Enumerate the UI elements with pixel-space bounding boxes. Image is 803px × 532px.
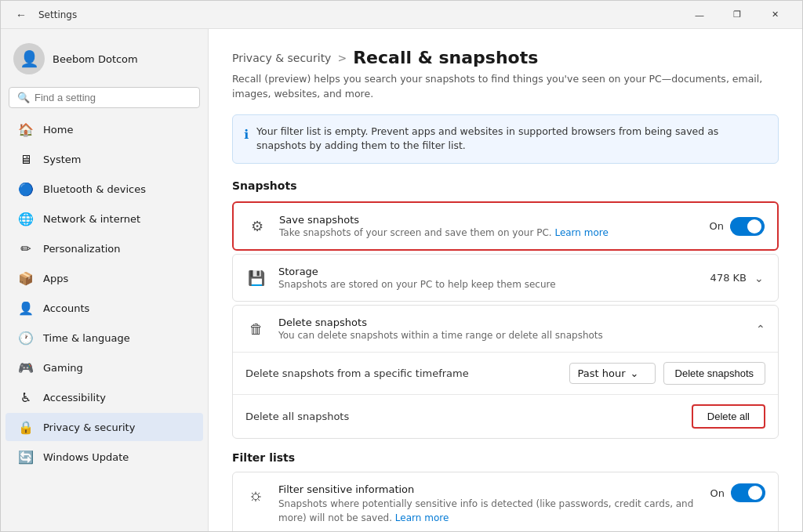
storage-control: 478 KB ⌄ [710, 270, 765, 286]
snapshots-section-title: Snapshots [232, 179, 779, 192]
search-box[interactable]: 🔍 [9, 87, 200, 108]
gaming-icon: 🎮 [18, 360, 34, 375]
timeframe-chevron-icon: ⌄ [630, 367, 639, 379]
sidebar-item-label: Time & language [43, 332, 130, 344]
apps-icon: 📦 [18, 270, 34, 286]
toggle-knob [747, 219, 761, 233]
minimize-button[interactable]: — [681, 2, 718, 27]
bluetooth-icon: 🔵 [18, 181, 34, 197]
sidebar-item-accessibility[interactable]: ♿ Accessibility [5, 383, 203, 411]
sidebar-item-label: Windows Update [43, 451, 129, 463]
user-profile: 👤 Beebom Dotcom [1, 35, 208, 87]
save-snapshots-label: Save snapshots [279, 214, 699, 226]
timeframe-label: Delete snapshots from a specific timefra… [245, 367, 561, 379]
timeframe-select[interactable]: Past hour ⌄ [569, 363, 656, 384]
filter-sensitive-toggle[interactable] [731, 483, 765, 502]
sidebar-item-home[interactable]: 🏠 Home [5, 115, 203, 143]
delete-snapshots-collapse-button[interactable]: ⌃ [756, 323, 765, 335]
system-icon: 🖥 [18, 151, 34, 167]
save-snapshots-control: On [710, 217, 765, 236]
storage-info: Storage Snapshots are stored on your PC … [278, 266, 699, 290]
maximize-button[interactable]: ❐ [719, 2, 755, 27]
storage-expand-button[interactable]: ⌄ [753, 270, 765, 286]
page-description: Recall (preview) helps you search your s… [232, 72, 779, 102]
breadcrumb-parent: Privacy & security [232, 52, 331, 64]
timeframe-selected-value: Past hour [578, 367, 626, 379]
sidebar-item-system[interactable]: 🖥 System [5, 145, 203, 173]
sidebar-item-label: Bluetooth & devices [43, 183, 146, 195]
save-snapshots-desc: Take snapshots of your screen and save t… [279, 227, 699, 238]
close-button[interactable]: ✕ [757, 2, 793, 27]
filter-sensitive-label: Filter sensitive information [278, 483, 699, 495]
filter-sensitive-learn-more[interactable]: Learn more [395, 512, 449, 523]
save-snapshots-toggle[interactable] [730, 217, 765, 236]
delete-snapshots-button[interactable]: Delete snapshots [663, 362, 765, 385]
info-banner-text: Your filter list is empty. Prevent apps … [256, 125, 767, 154]
search-icon: 🔍 [17, 92, 30, 103]
save-snapshots-card: ⚙ Save snapshots Take snapshots of your … [232, 201, 779, 251]
filter-toggle-label: On [710, 487, 725, 499]
filter-lists-title: Filter lists [232, 451, 779, 464]
delete-snapshots-header-row: 🗑 Delete snapshots You can delete snapsh… [233, 306, 778, 352]
user-name: Beebom Dotcom [53, 53, 138, 65]
breadcrumb-current: Recall & snapshots [353, 48, 538, 67]
save-snapshots-learn-more[interactable]: Learn more [554, 227, 608, 238]
storage-desc: Snapshots are stored on your PC to help … [278, 279, 699, 290]
sidebar-item-network[interactable]: 🌐 Network & internet [5, 204, 203, 233]
storage-row: 💾 Storage Snapshots are stored on your P… [233, 255, 778, 301]
breadcrumb: Privacy & security > Recall & snapshots [232, 48, 779, 67]
sidebar-item-gaming[interactable]: 🎮 Gaming [5, 353, 203, 382]
accessibility-icon: ♿ [18, 389, 34, 405]
filter-sensitive-icon: ⛭ [245, 485, 267, 507]
back-button[interactable]: ← [10, 4, 32, 26]
window-title: Settings [38, 9, 77, 20]
save-snapshots-info: Save snapshots Take snapshots of your sc… [279, 214, 699, 238]
delete-snapshots-desc: You can delete snapshots within a time r… [278, 330, 745, 341]
sidebar-item-personalization[interactable]: ✏️ Personalization [5, 234, 203, 262]
accounts-icon: 👤 [18, 300, 34, 316]
info-banner: ℹ Your filter list is empty. Prevent app… [232, 114, 779, 165]
main-content: Privacy & security > Recall & snapshots … [209, 29, 802, 531]
delete-snapshots-info: Delete snapshots You can delete snapshot… [278, 317, 745, 341]
delete-snapshots-icon: 🗑 [245, 318, 267, 340]
avatar: 👤 [13, 43, 45, 74]
delete-snapshots-card: 🗑 Delete snapshots You can delete snapsh… [232, 305, 779, 439]
storage-value: 478 KB [710, 272, 747, 284]
filter-sensitive-card: ⛭ Filter sensitive information Snapshots… [232, 472, 779, 531]
sidebar-item-label: Accounts [43, 302, 89, 314]
sidebar-item-label: Network & internet [43, 213, 140, 225]
save-snapshots-icon: ⚙ [246, 215, 268, 237]
sidebar-item-label: Accessibility [43, 392, 106, 404]
sidebar-item-update[interactable]: 🔄 Windows Update [5, 443, 203, 471]
time-icon: 🕐 [18, 330, 34, 346]
search-input[interactable] [35, 92, 191, 103]
sidebar-item-label: Personalization [43, 243, 121, 255]
sidebar-item-bluetooth[interactable]: 🔵 Bluetooth & devices [5, 175, 203, 203]
filter-sensitive-control: On [710, 483, 765, 502]
storage-label: Storage [278, 266, 699, 277]
delete-snapshots-control: ⌃ [756, 323, 765, 335]
home-icon: 🏠 [18, 121, 34, 137]
filter-sensitive-info: Filter sensitive information Snapshots w… [278, 483, 699, 525]
window-controls: — ❐ ✕ [681, 2, 793, 27]
sidebar-item-accounts[interactable]: 👤 Accounts [5, 294, 203, 322]
delete-all-button[interactable]: Delete all [692, 404, 765, 429]
filter-sensitive-desc: Snapshots where potentially sensitive in… [278, 497, 699, 525]
privacy-icon: 🔒 [18, 419, 34, 435]
personalization-icon: ✏️ [18, 241, 34, 256]
toggle-label: On [710, 220, 724, 232]
info-icon: ℹ [244, 125, 249, 144]
storage-icon: 💾 [245, 267, 267, 289]
filter-sensitive-row: ⛭ Filter sensitive information Snapshots… [233, 472, 778, 531]
sidebar-item-time[interactable]: 🕐 Time & language [5, 324, 203, 352]
sidebar: 👤 Beebom Dotcom 🔍 🏠 Home 🖥 System 🔵 Blue… [1, 29, 209, 531]
delete-snapshots-label: Delete snapshots [278, 317, 745, 328]
sidebar-item-privacy[interactable]: 🔒 Privacy & security [5, 413, 203, 441]
sidebar-item-label: Gaming [43, 362, 83, 374]
sidebar-item-apps[interactable]: 📦 Apps [5, 264, 203, 292]
sidebar-item-label: Apps [43, 273, 68, 284]
save-snapshots-row: ⚙ Save snapshots Take snapshots of your … [234, 203, 777, 249]
update-icon: 🔄 [18, 449, 34, 465]
filter-toggle-knob [748, 486, 762, 500]
titlebar: ← Settings — ❐ ✕ [1, 1, 802, 29]
